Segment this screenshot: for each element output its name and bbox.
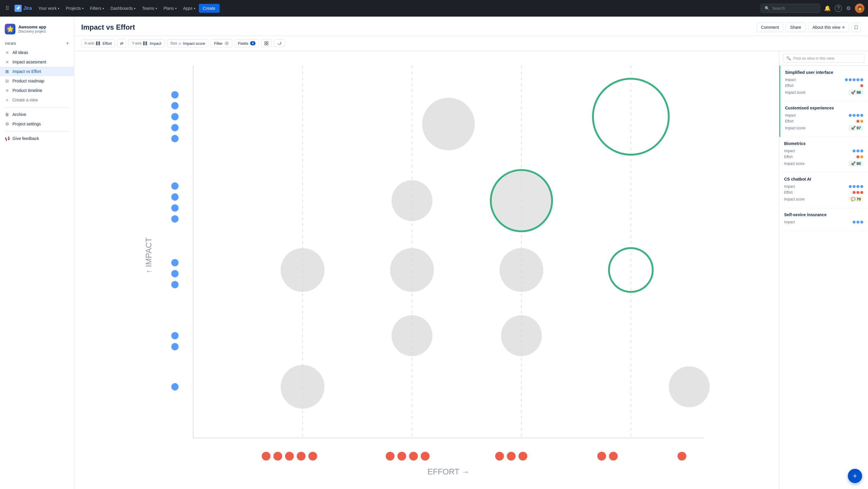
dot — [852, 78, 856, 81]
add-view-icon[interactable]: + — [66, 40, 69, 47]
refresh-button[interactable] — [274, 39, 285, 47]
svg-point-15 — [171, 124, 179, 132]
notifications-icon[interactable]: 🔔 — [823, 3, 832, 13]
expand-button[interactable] — [851, 23, 861, 32]
impact-dots — [849, 114, 863, 117]
sidebar: 🌟 Awesome app Discovery project VIEWS + … — [0, 17, 74, 489]
nav-projects[interactable]: Projects ▾ — [63, 4, 87, 12]
swap-axes-button[interactable]: ⇄ — [117, 39, 126, 48]
filter-button[interactable]: Filter + — [211, 39, 232, 48]
svg-point-46 — [397, 452, 406, 461]
dot — [860, 120, 863, 123]
panel-search-input[interactable]: 🔍 — [783, 54, 864, 63]
app-layout: 🌟 Awesome app Discovery project VIEWS + … — [0, 17, 868, 489]
fields-button[interactable]: Fields 4 — [235, 39, 259, 48]
impact-label: Impact — [785, 113, 796, 117]
score-label: Impact score — [784, 197, 805, 201]
nav-plans[interactable]: Plans ▾ — [161, 4, 180, 12]
svg-rect-0 — [265, 41, 266, 43]
dot — [860, 78, 863, 81]
sidebar-item-give-feedback[interactable]: 📢 Give feedback — [0, 134, 74, 143]
group-button[interactable] — [261, 39, 272, 47]
top-navigation: ⠿ Jira Your work ▾ Projects ▾ Filters ▾ … — [0, 0, 868, 17]
sidebar-item-all-ideas[interactable]: ≡ All ideas — [0, 48, 74, 57]
panel-item[interactable]: Self-sevice insurance Impact — [779, 208, 868, 230]
sidebar-item-product-timeline[interactable]: ≡ Product timeline — [0, 86, 74, 95]
dot — [849, 114, 852, 117]
bar-chart-icon: ▋▋ — [143, 41, 148, 46]
help-icon[interactable]: ? — [835, 5, 842, 12]
nav-right: 🔍 🔔 ? ⚙ 👩 — [761, 3, 864, 13]
score-icon: 💬 — [851, 197, 856, 201]
panel-item-score-row: Impact score 🚀 97 — [785, 125, 863, 131]
sidebar-item-impact-assessment[interactable]: ≡ Impact assesment — [0, 57, 74, 67]
sidebar-item-archive[interactable]: 🗑 Archive — [0, 110, 74, 119]
about-this-view-button[interactable]: About this view ≡ — [808, 23, 849, 32]
svg-point-43 — [297, 452, 306, 461]
y-axis-button[interactable]: Y-axis ▋▋ Impact — [129, 39, 164, 48]
panel-item[interactable]: Simplified user interface Impact — [779, 66, 868, 102]
nav-teams[interactable]: Teams ▾ — [139, 4, 160, 12]
panel-item[interactable]: Customised experiences Impact Effor — [779, 102, 868, 137]
panel-item-score-row: Impact score 🚀 98 — [785, 90, 863, 95]
share-button[interactable]: Share — [786, 23, 805, 32]
panel-item-impact-row: Impact — [784, 149, 863, 153]
toolbar: X-axis ▋▋ Effort ⇄ Y-axis ▋▋ Impact Size… — [74, 36, 868, 51]
sidebar-item-product-roadmap[interactable]: ⊟ Product roadmap — [0, 76, 74, 86]
jira-logo-icon — [14, 5, 22, 12]
effort-dots — [852, 191, 863, 194]
nav-filters[interactable]: Filters ▾ — [87, 4, 107, 12]
panel-item[interactable]: Biometrics Impact Effort — [779, 137, 868, 173]
gear-icon: ⚙ — [5, 122, 9, 126]
nav-items: Your work ▾ Projects ▾ Filters ▾ Dashboa… — [35, 4, 755, 13]
content-header: Impact vs Effort Comment Share About thi… — [74, 17, 868, 36]
panel-search: 🔍 — [779, 51, 868, 66]
panel-search-field[interactable] — [793, 56, 861, 60]
effort-label: Effort — [785, 84, 793, 88]
scatter-plot-area[interactable]: ↑ IMPACT EFFORT → — [74, 51, 779, 489]
panel-item-score-row: Impact score 🚀 80 — [784, 161, 863, 166]
fab-add-button[interactable]: + — [848, 469, 862, 483]
settings-icon[interactable]: ⚙ — [844, 3, 852, 13]
sidebar-item-create-view[interactable]: + Create a view — [0, 95, 74, 105]
sidebar-item-label: Product timeline — [12, 88, 42, 93]
panel-item-effort-row: Effort — [784, 191, 863, 195]
search-icon: 🔍 — [765, 6, 770, 11]
svg-rect-3 — [267, 44, 268, 45]
project-header[interactable]: 🌟 Awesome app Discovery project — [0, 21, 74, 39]
dot — [857, 78, 859, 81]
dot — [857, 191, 859, 194]
grid-icon[interactable]: ⠿ — [4, 3, 11, 13]
chart-panel-area: ↑ IMPACT EFFORT → — [74, 51, 868, 489]
board-icon: ⊟ — [5, 79, 9, 83]
nav-dashboards[interactable]: Dashboards ▾ — [107, 4, 139, 12]
x-axis-button[interactable]: X-axis ▋▋ Effort — [81, 39, 115, 48]
impact-label: Impact — [784, 149, 795, 153]
archive-icon: 🗑 — [5, 112, 9, 117]
dot — [857, 155, 859, 159]
dot — [852, 185, 856, 188]
svg-point-17 — [171, 182, 179, 190]
dot — [849, 185, 852, 188]
dot — [857, 114, 859, 117]
size-button[interactable]: Size 𝑓𝑥 Impact score — [167, 39, 208, 48]
nav-apps[interactable]: Apps ▾ — [180, 4, 198, 12]
feedback-icon: 📢 — [5, 136, 9, 141]
sidebar-divider — [5, 107, 69, 107]
panel-item-impact-row: Impact — [785, 78, 863, 82]
jira-logo[interactable]: Jira — [12, 5, 34, 12]
avatar[interactable]: 👩 — [855, 4, 864, 13]
panel-item[interactable]: CS chatbot AI Impact Effort — [779, 173, 868, 208]
sidebar-item-project-settings[interactable]: ⚙ Project settings — [0, 119, 74, 129]
svg-point-40 — [262, 452, 271, 461]
dot — [852, 191, 856, 194]
search-bar[interactable]: 🔍 — [761, 4, 820, 13]
nav-your-work[interactable]: Your work ▾ — [35, 4, 62, 12]
create-button[interactable]: Create — [199, 4, 220, 13]
comment-button[interactable]: Comment — [756, 23, 783, 32]
add-icon: + — [5, 97, 9, 102]
sidebar-item-impact-vs-effort[interactable]: ⊞ Impact vs Effort — [0, 67, 74, 76]
search-input[interactable] — [772, 6, 816, 11]
dot — [857, 149, 859, 152]
svg-point-14 — [171, 113, 179, 120]
